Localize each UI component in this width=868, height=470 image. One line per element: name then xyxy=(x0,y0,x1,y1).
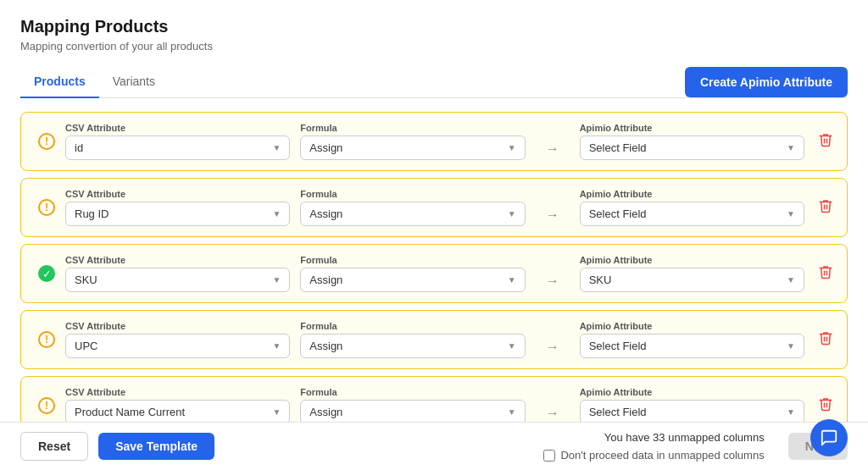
mapping-row-3: ✓ CSV Attribute SKU ▼ Formula Assign ▼ →… xyxy=(20,244,848,303)
unmapped-info: You have 33 unmapped columns Don't proce… xyxy=(543,431,764,462)
warning-icon: ! xyxy=(35,133,58,150)
chat-bubble-button[interactable] xyxy=(810,419,848,456)
tab-variants[interactable]: Variants xyxy=(99,66,169,98)
csv-select-1[interactable]: id ▼ xyxy=(65,135,290,160)
apimio-value-3: SKU xyxy=(589,274,612,286)
formula-select-3[interactable]: Assign ▼ xyxy=(300,268,525,292)
formula-group-2: Formula Assign ▼ xyxy=(300,189,525,226)
formula-label-3: Formula xyxy=(300,255,525,265)
csv-select-4[interactable]: UPC ▼ xyxy=(65,334,290,358)
csv-chevron-3: ▼ xyxy=(272,275,281,285)
formula-chevron-5: ▼ xyxy=(508,407,516,417)
check-circle: ✓ xyxy=(38,265,55,282)
formula-label-5: Formula xyxy=(300,387,525,397)
delete-row-button-3[interactable] xyxy=(818,264,833,283)
dont-proceed-label[interactable]: Don't proceed data in unmapped columns xyxy=(543,449,764,462)
formula-group-3: Formula Assign ▼ xyxy=(300,255,525,292)
apimio-group-2: Apimio Attribute Select Field ▼ xyxy=(580,189,804,226)
formula-value-4: Assign xyxy=(309,340,342,352)
csv-value-4: UPC xyxy=(75,340,97,352)
apimio-select-4[interactable]: Select Field ▼ xyxy=(580,334,804,358)
apimio-label-3: Apimio Attribute xyxy=(580,255,804,265)
tabs-left: Products Variants xyxy=(20,66,169,97)
dont-proceed-checkbox[interactable] xyxy=(543,450,555,462)
csv-label-5: CSV Attribute xyxy=(65,387,290,397)
apimio-value-2: Select Field xyxy=(589,207,647,220)
delete-row-button-2[interactable] xyxy=(818,198,833,217)
save-template-button[interactable]: Save Template xyxy=(98,433,214,460)
formula-select-2[interactable]: Assign ▼ xyxy=(300,202,525,226)
apimio-label-5: Apimio Attribute xyxy=(580,387,804,397)
csv-chevron-4: ▼ xyxy=(272,341,281,351)
warning-icon: ! xyxy=(35,199,58,216)
delete-row-button-4[interactable] xyxy=(818,330,833,349)
apimio-value-4: Select Field xyxy=(589,340,647,352)
apimio-select-2[interactable]: Select Field ▼ xyxy=(580,202,804,226)
csv-label-1: CSV Attribute xyxy=(65,123,290,133)
csv-attribute-group-3: CSV Attribute SKU ▼ xyxy=(65,255,290,292)
formula-value-2: Assign xyxy=(309,207,342,220)
csv-attribute-group-2: CSV Attribute Rug ID ▼ xyxy=(65,189,290,226)
warning-circle: ! xyxy=(38,331,55,348)
apimio-group-4: Apimio Attribute Select Field ▼ xyxy=(580,321,804,358)
unmapped-text: You have 33 unmapped columns xyxy=(604,431,765,444)
formula-select-1[interactable]: Assign ▼ xyxy=(300,135,525,160)
formula-value-3: Assign xyxy=(309,274,342,286)
apimio-select-1[interactable]: Select Field ▼ xyxy=(580,135,804,160)
tabs-row: Products Variants Create Apimio Attribut… xyxy=(20,66,848,98)
csv-chevron-2: ▼ xyxy=(272,209,281,218)
csv-value-1: id xyxy=(75,141,83,154)
formula-value-5: Assign xyxy=(309,406,342,418)
formula-select-4[interactable]: Assign ▼ xyxy=(300,334,525,358)
row-cols-1: CSV Attribute id ▼ Formula Assign ▼ → Ap… xyxy=(65,123,804,160)
csv-select-5[interactable]: Product Name Current ▼ xyxy=(65,400,290,424)
csv-select-3[interactable]: SKU ▼ xyxy=(65,268,290,292)
csv-value-2: Rug ID xyxy=(75,207,108,220)
row-cols-5: CSV Attribute Product Name Current ▼ For… xyxy=(65,387,804,424)
page-subtitle: Mapping convertion of your all products xyxy=(20,40,848,53)
row-cols-3: CSV Attribute SKU ▼ Formula Assign ▼ → A… xyxy=(65,255,804,292)
tab-products[interactable]: Products xyxy=(20,66,99,98)
csv-attribute-group-4: CSV Attribute UPC ▼ xyxy=(65,321,290,358)
csv-value-5: Product Name Current xyxy=(75,406,185,418)
warning-icon: ! xyxy=(35,397,58,414)
formula-group-1: Formula Assign ▼ xyxy=(300,123,525,160)
csv-label-4: CSV Attribute xyxy=(65,321,290,331)
csv-value-3: SKU xyxy=(75,274,97,286)
apimio-label-1: Apimio Attribute xyxy=(580,123,804,133)
apimio-chevron-3: ▼ xyxy=(787,275,795,285)
formula-chevron-4: ▼ xyxy=(508,341,516,351)
delete-row-button-1[interactable] xyxy=(818,132,833,151)
warning-icon: ! xyxy=(35,331,58,348)
delete-row-button-5[interactable] xyxy=(818,396,833,415)
apimio-chevron-2: ▼ xyxy=(787,209,795,218)
apimio-label-4: Apimio Attribute xyxy=(580,321,804,331)
formula-chevron-3: ▼ xyxy=(508,275,516,285)
csv-label-2: CSV Attribute xyxy=(65,189,290,199)
apimio-group-3: Apimio Attribute SKU ▼ xyxy=(580,255,804,292)
formula-group-5: Formula Assign ▼ xyxy=(300,387,525,424)
dont-proceed-text: Don't proceed data in unmapped columns xyxy=(560,449,764,462)
formula-label-4: Formula xyxy=(300,321,525,331)
formula-chevron-1: ▼ xyxy=(508,143,516,152)
bottom-bar: Reset Save Template You have 33 unmapped… xyxy=(0,422,868,470)
csv-select-2[interactable]: Rug ID ▼ xyxy=(65,202,290,226)
apimio-select-3[interactable]: SKU ▼ xyxy=(580,268,804,292)
arrow-separator-1: → xyxy=(536,141,570,160)
csv-attribute-group-5: CSV Attribute Product Name Current ▼ xyxy=(65,387,290,424)
reset-button[interactable]: Reset xyxy=(20,432,88,461)
apimio-chevron-5: ▼ xyxy=(787,407,795,417)
row-cols-2: CSV Attribute Rug ID ▼ Formula Assign ▼ … xyxy=(65,189,804,226)
apimio-select-5[interactable]: Select Field ▼ xyxy=(580,400,804,424)
create-attribute-button[interactable]: Create Apimio Attribute xyxy=(685,67,848,97)
csv-chevron-5: ▼ xyxy=(272,407,281,417)
csv-label-3: CSV Attribute xyxy=(65,255,290,265)
formula-chevron-2: ▼ xyxy=(508,209,516,218)
arrow-separator-2: → xyxy=(536,207,570,226)
arrow-separator-4: → xyxy=(536,340,570,358)
formula-label-1: Formula xyxy=(300,123,525,133)
formula-select-5[interactable]: Assign ▼ xyxy=(300,400,525,424)
mapping-row-1: ! CSV Attribute id ▼ Formula Assign ▼ → … xyxy=(20,112,848,171)
csv-chevron-1: ▼ xyxy=(272,143,281,152)
warning-circle: ! xyxy=(38,133,55,150)
